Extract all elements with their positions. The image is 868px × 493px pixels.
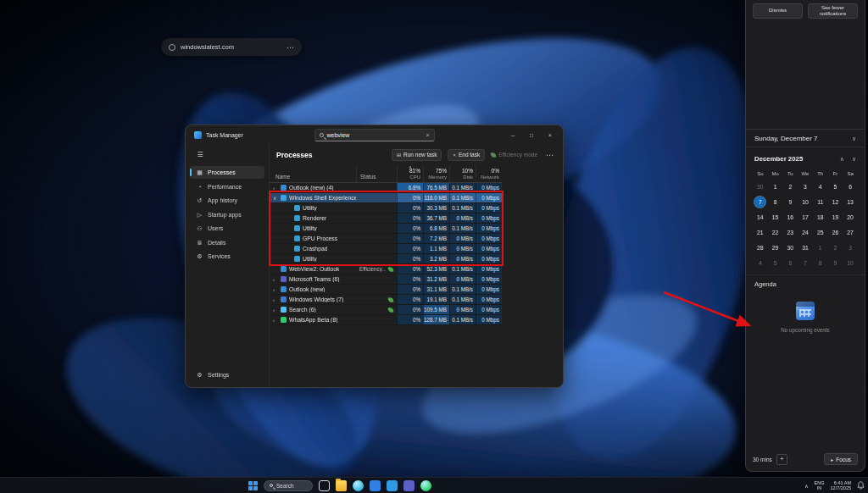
- dismiss-button[interactable]: Dismiss: [753, 3, 803, 19]
- sidebar-item-processes[interactable]: ▦Processes: [190, 166, 264, 179]
- titlebar[interactable]: Task Manager webview × ─ □ ×: [186, 125, 563, 144]
- calendar-day[interactable]: 18: [813, 209, 828, 224]
- efficiency-mode-button[interactable]: Efficiency mode: [491, 152, 537, 158]
- process-row-outlook-new[interactable]: ›Outlook (new)0%31.1 MB0.1 MB/s0 Mbps: [270, 285, 502, 295]
- taskbar-icon-outlook[interactable]: [387, 480, 398, 491]
- column-header-cpu[interactable]: ∧81%CPU: [397, 165, 423, 182]
- sidebar-item-details[interactable]: ≣Details: [190, 236, 264, 249]
- calendar-day[interactable]: 4: [813, 179, 828, 194]
- collapse-calendar-icon[interactable]: ∨: [852, 136, 856, 141]
- taskbar-icon-file-explorer[interactable]: [336, 480, 347, 491]
- process-row-utility[interactable]: Utility0%30.3 MB0.1 MB/s0 Mbps: [270, 203, 502, 213]
- calendar-day[interactable]: 31: [798, 240, 813, 255]
- calendar-day[interactable]: 30: [782, 240, 798, 255]
- calendar-day[interactable]: 9: [828, 255, 843, 270]
- calendar-day-selected[interactable]: 7: [753, 194, 768, 209]
- process-row-renderer[interactable]: Renderer0%36.7 MB0 MB/s0 Mbps: [270, 213, 502, 224]
- calendar-day[interactable]: 3: [798, 179, 813, 194]
- expander-icon[interactable]: ›: [273, 186, 278, 191]
- sidebar-item-startup-apps[interactable]: ▷Startup apps: [190, 208, 264, 221]
- close-button[interactable]: ×: [541, 126, 559, 143]
- clock[interactable]: 6:41 AM 12/7/2025: [831, 480, 851, 491]
- see-fewer-notifications-button[interactable]: See fewer notifications: [808, 3, 858, 19]
- toolbar-more-options-icon[interactable]: ⋯: [543, 151, 556, 159]
- expander-icon[interactable]: ›: [273, 277, 278, 282]
- calendar-day[interactable]: 5: [828, 179, 843, 194]
- calendar-day[interactable]: 1: [813, 240, 828, 255]
- calendar-day[interactable]: 4: [753, 255, 768, 270]
- expander-icon[interactable]: ›: [273, 297, 278, 302]
- calendar-day[interactable]: 14: [753, 209, 768, 224]
- sidebar-item-app-history[interactable]: ↺App history: [190, 194, 264, 207]
- taskbar-icon-whatsapp[interactable]: [420, 480, 431, 491]
- column-header-memory[interactable]: 75%Memory: [423, 165, 449, 182]
- column-header-name[interactable]: Name: [270, 174, 356, 182]
- clear-search-icon[interactable]: ×: [426, 132, 429, 138]
- calendar-day[interactable]: 30: [753, 179, 768, 194]
- calendar-day[interactable]: 8: [813, 255, 828, 270]
- expander-icon[interactable]: ›: [273, 318, 278, 323]
- process-row-webview2-outlook[interactable]: WebView2: OutlookEfficiency…0%52.3 MB0.1…: [270, 264, 502, 274]
- calendar-day[interactable]: 11: [813, 194, 828, 209]
- process-row-crashpad[interactable]: Crashpad0%1.1 MB0 MB/s0 Mbps: [270, 244, 502, 254]
- taskbar-search-box[interactable]: Search: [264, 480, 313, 491]
- taskbar-icon-teams[interactable]: [403, 480, 415, 491]
- maximize-button[interactable]: □: [522, 126, 541, 143]
- calendar-day[interactable]: 17: [798, 209, 813, 224]
- calendar-day[interactable]: 6: [782, 255, 798, 270]
- more-options-icon[interactable]: ⋯: [287, 43, 294, 52]
- expander-icon[interactable]: ›: [273, 307, 278, 313]
- task-manager-search-box[interactable]: webview ×: [314, 129, 435, 141]
- focus-button[interactable]: ▸ Focus: [824, 453, 858, 465]
- process-row-microsoft-teams-6[interactable]: ›Microsoft Teams (6)0%31.2 MB0 MB/s0 Mbp…: [270, 274, 502, 285]
- calendar-day[interactable]: 12: [828, 194, 843, 209]
- calendar-day[interactable]: 29: [768, 240, 783, 255]
- calendar-day[interactable]: 26: [828, 224, 843, 240]
- calendar-day[interactable]: 28: [753, 240, 768, 255]
- calendar-day[interactable]: 6: [843, 179, 858, 194]
- increase-focus-duration-button[interactable]: +: [776, 454, 787, 465]
- process-row-search-6[interactable]: ›Search (6)0%109.5 MB0 MB/s0 Mbps: [270, 305, 502, 315]
- column-header-network[interactable]: 0%Network: [476, 165, 502, 182]
- sidebar-item-settings[interactable]: ⚙ Settings: [190, 368, 264, 381]
- calendar-day[interactable]: 19: [828, 209, 843, 224]
- taskbar-icon-task-view[interactable]: [319, 480, 330, 491]
- expander-icon[interactable]: ›: [273, 287, 278, 292]
- calendar-day[interactable]: 21: [753, 224, 768, 240]
- calendar-day[interactable]: 5: [768, 255, 783, 270]
- run-new-task-button[interactable]: ⊞ Run new task: [392, 149, 442, 161]
- process-row-windows-widgets-7[interactable]: ›Windows Widgets (7)0%19.1 MB0.1 MB/s0 M…: [270, 295, 502, 305]
- taskbar-icon-microsoft-store[interactable]: [370, 480, 381, 491]
- process-row-gpu-process[interactable]: GPU Process0%7.2 MB0 MB/s0 Mbps: [270, 234, 502, 244]
- language-indicator[interactable]: ENG IN: [815, 480, 825, 491]
- process-row-utility[interactable]: Utility0%6.8 MB0.1 MB/s0 Mbps: [270, 224, 502, 234]
- calendar-day[interactable]: 25: [813, 224, 828, 240]
- prev-month-icon[interactable]: ∧: [840, 156, 844, 162]
- calendar-day[interactable]: 27: [843, 224, 858, 240]
- minimize-button[interactable]: ─: [504, 126, 522, 143]
- calendar-day[interactable]: 23: [782, 224, 798, 240]
- process-row-outlook-new-4[interactable]: ›Outlook (new) (4)6.8%76.5 MB0.1 MB/s0 M…: [270, 183, 502, 193]
- calendar-day[interactable]: 16: [782, 209, 798, 224]
- calendar-day[interactable]: 8: [768, 194, 783, 209]
- calendar-date-header[interactable]: Sunday, December 7 ∨: [746, 129, 865, 147]
- end-task-button[interactable]: × End task: [448, 149, 485, 161]
- calendar-day[interactable]: 15: [768, 209, 783, 224]
- sidebar-item-users[interactable]: ⚇Users: [190, 222, 264, 235]
- taskbar-icon-edge[interactable]: [353, 480, 364, 491]
- calendar-day[interactable]: 1: [768, 179, 783, 194]
- notification-bell-icon[interactable]: [857, 481, 865, 490]
- calendar-day[interactable]: 2: [828, 240, 843, 255]
- process-row-whatsapp-beta-8[interactable]: ›WhatsApp Beta (8)0%128.7 MB0.1 MB/s0 Mb…: [270, 315, 502, 325]
- column-header-disk[interactable]: 10%Disk: [449, 165, 476, 182]
- next-month-icon[interactable]: ∨: [852, 156, 856, 162]
- sidebar-item-performance[interactable]: ◔Performance: [190, 180, 264, 193]
- calendar-day[interactable]: 3: [843, 240, 858, 255]
- calendar-day[interactable]: 10: [843, 255, 858, 270]
- column-header-status[interactable]: Status: [356, 165, 397, 182]
- sidebar-item-services[interactable]: ⚙Services: [190, 250, 264, 263]
- expander-icon[interactable]: ∨: [273, 196, 278, 201]
- tray-chevron-up-icon[interactable]: ∧: [804, 483, 808, 489]
- search-input[interactable]: webview: [327, 132, 423, 138]
- menu-toggle-button[interactable]: ☰: [189, 147, 211, 161]
